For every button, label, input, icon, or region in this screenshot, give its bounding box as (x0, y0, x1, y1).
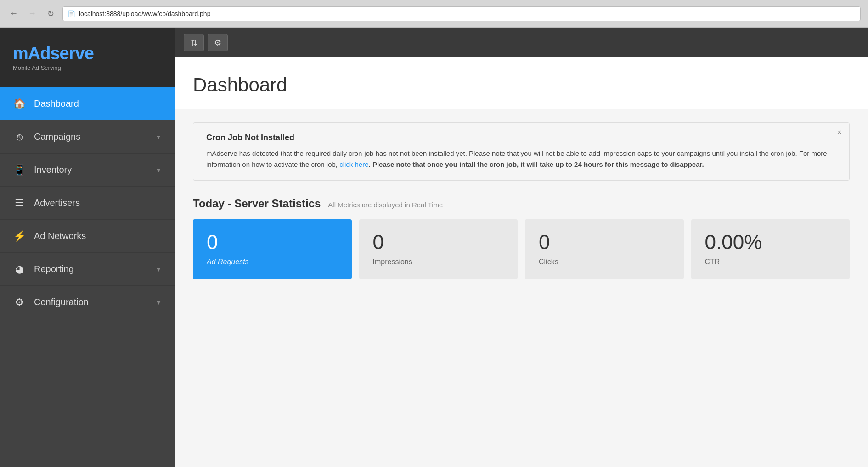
chevron-down-icon-4: ▼ (155, 299, 162, 306)
stat-value-impressions: 0 (373, 232, 504, 252)
sidebar-item-advertisers[interactable]: ☰ Advertisers (0, 187, 175, 220)
page-icon: 📄 (68, 10, 75, 17)
page-body: × Cron Job Not Installed mAdserve has de… (175, 109, 868, 467)
page-area: Dashboard × Cron Job Not Installed mAdse… (175, 57, 868, 467)
stat-card-ctr: 0.00% CTR (691, 219, 850, 279)
stat-card-impressions: 0 Impressions (359, 219, 518, 279)
sidebar-label-dashboard: Dashboard (34, 98, 79, 109)
logo-subtitle: Mobile Ad Serving (13, 64, 162, 71)
sidebar-label-configuration: Configuration (34, 297, 89, 308)
stats-section-header: Today - Server Statistics All Metrics ar… (193, 197, 850, 210)
reload-button[interactable]: ↻ (44, 7, 57, 20)
sidebar-logo: mAdserve Mobile Ad Serving (0, 28, 175, 87)
document-icon: ⎋ (13, 131, 26, 143)
stat-label-ad-requests: Ad Requests (207, 258, 338, 266)
stat-label-impressions: Impressions (373, 258, 504, 266)
sidebar-label-campaigns: Campaigns (34, 131, 80, 142)
chevron-down-icon: ▼ (155, 133, 162, 141)
stat-card-ad-requests: 0 Ad Requests (193, 219, 352, 279)
layers-icon: ☰ (13, 197, 26, 210)
refresh-icon: ⇅ (191, 38, 197, 48)
stat-value-clicks: 0 (539, 232, 670, 252)
settings-button[interactable]: ⚙ (208, 34, 228, 51)
sidebar-nav: 🏠 Dashboard ⎋ Campaigns ▼ 📱 Inventory ▼ (0, 87, 175, 467)
url-text: localhost:8888/upload/www/cp/dashboard.p… (79, 10, 210, 17)
alert-body: mAdserve has detected that the required … (206, 148, 836, 170)
stats-title: Today - Server Statistics (193, 197, 321, 210)
stat-card-clicks: 0 Clicks (525, 219, 684, 279)
logo-serve: serve (50, 44, 93, 63)
logo-m: m (13, 44, 28, 63)
chevron-down-icon-3: ▼ (155, 266, 162, 273)
page-title: Dashboard (193, 74, 850, 96)
settings-icon: ⚙ (214, 38, 221, 48)
home-icon: 🏠 (13, 97, 26, 110)
sidebar-item-configuration[interactable]: ⚙ Configuration ▼ (0, 286, 175, 319)
logo-ad: Ad (28, 44, 51, 63)
page-header: Dashboard (175, 57, 868, 109)
sidebar-label-advertisers: Advertisers (34, 198, 80, 208)
logo-text: mAdserve (13, 44, 162, 63)
sidebar-label-inventory: Inventory (34, 165, 72, 175)
alert-body-bold: Please note that once you intall the cro… (372, 160, 704, 168)
sidebar-label-reporting: Reporting (34, 264, 74, 274)
alert-close-button[interactable]: × (837, 128, 842, 137)
gear-icon: ⚙ (13, 296, 26, 309)
lightning-icon: ⚡ (13, 230, 26, 243)
main-content: ⇅ ⚙ Dashboard × Cron Job Not Installed m… (175, 28, 868, 467)
browser-chrome: ← → ↻ 📄 localhost:8888/upload/www/cp/das… (0, 0, 868, 28)
toolbar: ⇅ ⚙ (175, 28, 868, 57)
alert-body-text2: . (369, 160, 372, 168)
stat-label-clicks: Clicks (539, 258, 670, 266)
stat-value-ad-requests: 0 (207, 232, 338, 252)
sidebar-item-ad-networks[interactable]: ⚡ Ad Networks (0, 220, 175, 253)
stats-grid: 0 Ad Requests 0 Impressions 0 Clicks 0.0… (193, 219, 850, 279)
alert-title: Cron Job Not Installed (206, 133, 836, 142)
sidebar-item-campaigns[interactable]: ⎋ Campaigns ▼ (0, 120, 175, 154)
alert-click-here-link[interactable]: click here (339, 160, 368, 168)
sidebar-item-dashboard[interactable]: 🏠 Dashboard (0, 87, 175, 120)
sidebar: mAdserve Mobile Ad Serving 🏠 Dashboard ⎋… (0, 28, 175, 467)
mobile-icon: 📱 (13, 164, 26, 177)
address-bar[interactable]: 📄 localhost:8888/upload/www/cp/dashboard… (62, 6, 861, 21)
app-container: mAdserve Mobile Ad Serving 🏠 Dashboard ⎋… (0, 28, 868, 467)
back-button[interactable]: ← (7, 7, 20, 20)
chevron-down-icon-2: ▼ (155, 166, 162, 174)
forward-button[interactable]: → (26, 7, 39, 20)
stats-subtitle: All Metrics are displayed in Real Time (328, 201, 443, 209)
sidebar-item-reporting[interactable]: ◕ Reporting ▼ (0, 253, 175, 286)
sidebar-label-ad-networks: Ad Networks (34, 231, 86, 241)
sidebar-item-inventory[interactable]: 📱 Inventory ▼ (0, 154, 175, 187)
refresh-button[interactable]: ⇅ (184, 34, 204, 51)
alert-box: × Cron Job Not Installed mAdserve has de… (193, 122, 850, 181)
reporting-icon: ◕ (13, 263, 26, 276)
stat-label-ctr: CTR (705, 258, 836, 266)
stat-value-ctr: 0.00% (705, 232, 836, 252)
